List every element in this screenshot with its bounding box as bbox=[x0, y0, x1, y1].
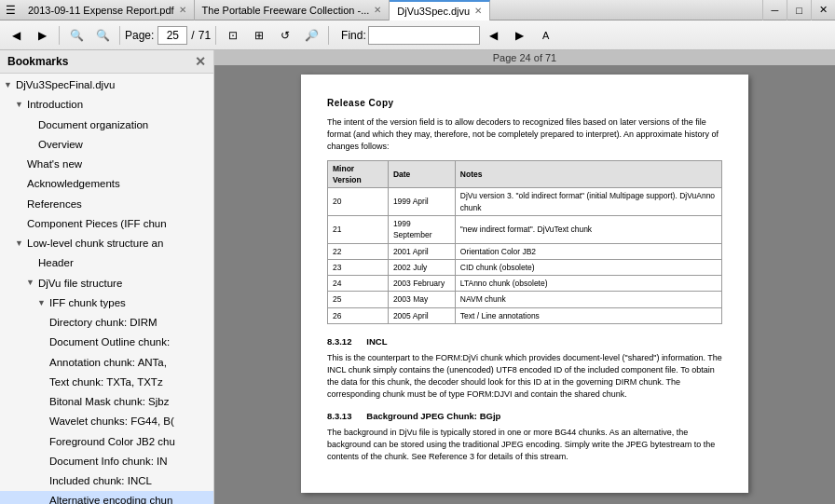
table-row: 262005 AprilText / Line annotations bbox=[328, 307, 722, 323]
cell-version: 22 bbox=[328, 243, 389, 259]
page-separator: / bbox=[191, 29, 194, 42]
sidebar-tree: ▼DjVu3SpecFinal.djvu▼IntroductionDocumen… bbox=[0, 74, 213, 504]
table-row: 242003 FebruaryLTAnno chunk (obsolete) bbox=[328, 276, 722, 292]
cell-version: 24 bbox=[328, 276, 389, 292]
zoom-in-button[interactable]: 🔍 bbox=[90, 24, 115, 47]
expand-icon: ▼ bbox=[26, 277, 35, 290]
tree-item-label: Low-level chunk structure an bbox=[27, 236, 163, 252]
tree-item-document-outline[interactable]: Document Outline chunk: bbox=[0, 333, 213, 352]
find-next-button[interactable]: ▶ bbox=[508, 24, 532, 47]
tab-djvu-spec[interactable]: DjVu3Spec.djvu ✕ bbox=[390, 0, 490, 20]
forward-button[interactable]: ▶ bbox=[30, 24, 54, 47]
tree-item-included-chunk[interactable]: Included chunk: INCL bbox=[0, 471, 213, 491]
find-prev-button[interactable]: ◀ bbox=[482, 24, 506, 47]
tree-item-root[interactable]: ▼DjVu3SpecFinal.djvu bbox=[0, 75, 213, 95]
tree-item-label: Introduction bbox=[27, 97, 83, 113]
col-header-date: Date bbox=[388, 160, 455, 188]
section-8312-title: INCL bbox=[366, 336, 387, 347]
tab-close-3[interactable]: ✕ bbox=[474, 6, 482, 16]
table-row: 211999 September"new indirect format". D… bbox=[328, 215, 722, 243]
tree-item-label: Text chunk: TXTa, TXTz bbox=[49, 375, 163, 390]
tree-item-overview[interactable]: Overview bbox=[0, 135, 213, 155]
tree-item-annotation-chunk[interactable]: Annotation chunk: ANTa, bbox=[0, 353, 213, 373]
sidebar-close-button[interactable]: ✕ bbox=[195, 54, 206, 69]
close-button[interactable]: ✕ bbox=[811, 0, 835, 20]
cell-date: 2002 July bbox=[388, 259, 455, 275]
fit-width-button[interactable]: ⊞ bbox=[247, 24, 271, 47]
tree-item-label: What's new bbox=[27, 157, 82, 172]
tab-label: The Portable Freeware Collection -... bbox=[202, 5, 370, 16]
cell-notes: CID chunk (obsolete) bbox=[455, 259, 721, 275]
tree-item-label: Included chunk: INCL bbox=[49, 473, 152, 489]
pdf-content: Release Copy The intent of the version f… bbox=[327, 97, 722, 463]
tree-item-djvu-file-structure[interactable]: ▼DjVu file structure bbox=[0, 274, 213, 293]
sidebar-header: Bookmarks ✕ bbox=[0, 50, 213, 74]
tree-item-component-pieces[interactable]: Component Pieces (IFF chun bbox=[0, 214, 213, 234]
tree-item-bitonal-mask[interactable]: Bitonal Mask chunk: Sjbz bbox=[0, 392, 213, 412]
version-history-table: Minor Version Date Notes 201999 AprilDjV… bbox=[327, 160, 722, 324]
table-row: 252003 MayNAVM chunk bbox=[328, 292, 722, 307]
magnify-button[interactable]: 🔎 bbox=[299, 24, 323, 47]
tree-item-intro[interactable]: ▼Introduction bbox=[0, 95, 213, 115]
tree-item-wavelet-chunks[interactable]: Wavelet chunks: FG44, B( bbox=[0, 412, 213, 431]
page-header-bar: Page 24 of 71 bbox=[214, 50, 835, 65]
tab-close-2[interactable]: ✕ bbox=[374, 5, 381, 15]
menu-button[interactable]: ☰ bbox=[0, 0, 21, 20]
tab-expense-report[interactable]: 2013-09-11 Expense Report.pdf ✕ bbox=[21, 0, 195, 20]
tab-close-1[interactable]: ✕ bbox=[179, 5, 186, 15]
expand-icon: ▼ bbox=[4, 79, 13, 92]
page-indicator: Page 24 of 71 bbox=[493, 52, 557, 63]
tree-item-foreground-color[interactable]: Foreground Color JB2 chu bbox=[0, 432, 213, 452]
rotate-button[interactable]: ↺ bbox=[273, 24, 297, 47]
tree-item-iff-chunk-types[interactable]: ▼IFF chunk types bbox=[0, 293, 213, 313]
tab-freeware[interactable]: The Portable Freeware Collection -... ✕ bbox=[195, 0, 390, 20]
cell-notes: DjVu version 3. "old indirect format" (i… bbox=[455, 188, 721, 216]
find-label: Find: bbox=[341, 29, 366, 42]
tree-item-label: References bbox=[27, 197, 82, 212]
tree-item-label: Component Pieces (IFF chun bbox=[27, 216, 167, 232]
restore-button[interactable]: □ bbox=[787, 0, 811, 20]
tree-item-whats-new[interactable]: What's new bbox=[0, 155, 213, 174]
minimize-button[interactable]: ─ bbox=[762, 0, 787, 20]
tree-item-label: Alternative encoding chun bbox=[49, 493, 172, 504]
tree-item-directory-chunk[interactable]: Directory chunk: DIRM bbox=[0, 313, 213, 333]
section-8313-title: Background JPEG Chunk: BGjp bbox=[366, 411, 500, 421]
pdf-viewer[interactable]: Page 24 of 71 Release Copy The intent of… bbox=[214, 50, 835, 504]
tree-item-low-level[interactable]: ▼Low-level chunk structure an bbox=[0, 234, 213, 253]
separator-1 bbox=[59, 26, 60, 45]
tree-item-label: Header bbox=[38, 255, 74, 271]
tree-item-alt-encoding[interactable]: Alternative encoding chun bbox=[0, 491, 213, 504]
tab-label: 2013-09-11 Expense Report.pdf bbox=[28, 5, 174, 16]
tree-item-header[interactable]: Header bbox=[0, 253, 213, 273]
section-8313-num: 8.3.13 bbox=[327, 411, 351, 421]
tab-label: DjVu3Spec.djvu bbox=[397, 6, 470, 17]
tree-item-label: Acknowledgements bbox=[27, 176, 120, 192]
tree-item-text-chunk[interactable]: Text chunk: TXTa, TXTz bbox=[0, 373, 213, 392]
page-label: Page: bbox=[125, 29, 154, 42]
cell-version: 23 bbox=[328, 259, 389, 275]
tree-item-document-info[interactable]: Document Info chunk: IN bbox=[0, 452, 213, 471]
find-input[interactable] bbox=[368, 26, 480, 45]
main-content: Bookmarks ✕ ▼DjVu3SpecFinal.djvu▼Introdu… bbox=[0, 50, 835, 504]
tree-item-acknowledgements[interactable]: Acknowledgements bbox=[0, 174, 213, 194]
col-header-notes: Notes bbox=[455, 160, 721, 188]
back-button[interactable]: ◀ bbox=[4, 24, 28, 47]
tree-item-label: Annotation chunk: ANTa, bbox=[49, 355, 167, 371]
tree-item-references[interactable]: References bbox=[0, 195, 213, 214]
page-number-input[interactable] bbox=[157, 26, 187, 45]
cell-date: 1999 April bbox=[388, 188, 455, 216]
cell-date: 2003 February bbox=[388, 276, 455, 292]
cell-notes: "new indirect format". DjVuText chunk bbox=[455, 215, 721, 243]
zoom-out-button[interactable]: 🔍 bbox=[64, 24, 89, 47]
text-select-button[interactable]: A bbox=[534, 24, 558, 47]
table-row: 201999 AprilDjVu version 3. "old indirec… bbox=[328, 188, 722, 216]
section-8312: 8.3.12 INCL bbox=[327, 335, 722, 348]
page-navigation: Page: / 71 bbox=[125, 26, 211, 45]
cell-notes: NAVM chunk bbox=[455, 292, 721, 307]
cell-notes: Text / Line annotations bbox=[455, 307, 721, 323]
tree-item-doc-org[interactable]: Document organization bbox=[0, 116, 213, 135]
table-row: 232002 JulyCID chunk (obsolete) bbox=[328, 259, 722, 275]
tree-item-label: Document organization bbox=[38, 117, 148, 133]
fit-page-button[interactable]: ⊡ bbox=[221, 24, 245, 47]
tree-item-label: Document Info chunk: IN bbox=[49, 454, 168, 470]
